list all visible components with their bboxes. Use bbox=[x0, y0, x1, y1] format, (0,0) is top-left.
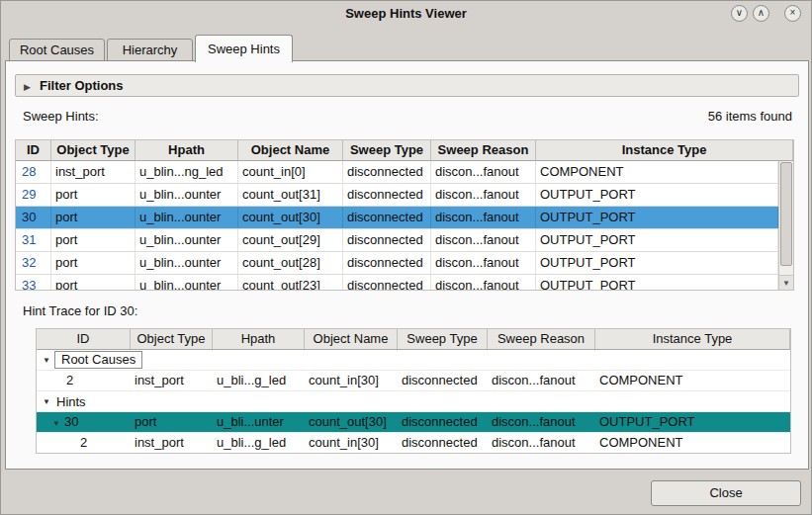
cell-sweep-type: disconnected bbox=[343, 229, 431, 251]
column-header-sweep-type[interactable]: Sweep Type bbox=[398, 329, 488, 349]
cell-instance-type: OUTPUT_PORT bbox=[536, 207, 778, 228]
unshade-window-button[interactable]: ∧ bbox=[753, 5, 769, 22]
trace-row-30-selected[interactable]: ▼30 port u_bli...unter count_out[30] dis… bbox=[37, 412, 790, 433]
cell-object-type: port bbox=[51, 275, 135, 291]
cell-instance-type: OUTPUT_PORT bbox=[536, 275, 778, 291]
cell-hpath: u_bli...g_led bbox=[213, 371, 305, 390]
cell-id: 2 bbox=[37, 371, 131, 390]
window-title: Sweep Hints Viewer bbox=[1, 6, 811, 21]
cell-sweep-reason: discon...fanout bbox=[488, 371, 595, 390]
scrollbar-thumb[interactable] bbox=[780, 162, 792, 266]
cell-sweep-type: disconnected bbox=[343, 161, 431, 183]
cell-object-type: inst_port bbox=[131, 371, 213, 390]
chevron-up-icon: ∧ bbox=[758, 7, 765, 18]
column-header-object-name[interactable]: Object Name bbox=[238, 140, 343, 160]
cell-object-name: count_out[30] bbox=[305, 412, 398, 432]
tree-group-hints[interactable]: ▼ Hints bbox=[37, 391, 790, 412]
shade-window-button[interactable]: ∨ bbox=[731, 5, 748, 22]
cell-instance-type: OUTPUT_PORT bbox=[595, 412, 790, 432]
cell-sweep-reason: discon...fanout bbox=[488, 412, 595, 432]
cell-object-name: count_in[0] bbox=[238, 161, 343, 183]
sweep-hints-table: ID Object Type Hpath Object Name Sweep T… bbox=[15, 139, 794, 291]
cell-sweep-type: disconnected bbox=[343, 252, 431, 274]
column-header-sweep-reason[interactable]: Sweep Reason bbox=[488, 329, 595, 349]
filter-options-label: Filter Options bbox=[40, 78, 124, 93]
cell-instance-type: COMPONENT bbox=[536, 161, 778, 183]
cell-object-name: count_out[29] bbox=[238, 229, 343, 251]
cell-id: 31 bbox=[16, 229, 51, 251]
column-header-id[interactable]: ID bbox=[37, 329, 131, 349]
cell-hpath: u_blin...ounter bbox=[135, 207, 238, 228]
filter-options-toggle[interactable]: ▶Filter Options bbox=[15, 74, 799, 97]
table-row-30-selected[interactable]: 30 port u_blin...ounter count_out[30] di… bbox=[16, 207, 778, 229]
expander-down-icon[interactable]: ▼ bbox=[43, 397, 54, 406]
column-header-object-name[interactable]: Object Name bbox=[305, 329, 398, 349]
cell-instance-type: COMPONENT bbox=[595, 371, 790, 390]
table-row-33[interactable]: 33 port u_blin...ounter count_out[23] di… bbox=[16, 275, 778, 291]
table-row-28[interactable]: 28 inst_port u_blin...ng_led count_in[0]… bbox=[16, 161, 778, 184]
cell-id: 29 bbox=[16, 184, 51, 206]
hint-trace-label: Hint Trace for ID 30: bbox=[23, 303, 137, 318]
close-icon: × bbox=[790, 7, 796, 18]
cell-id: 32 bbox=[16, 252, 51, 274]
cell-object-type: inst_port bbox=[131, 433, 213, 453]
title-bar[interactable]: Sweep Hints Viewer ∨ ∧ × bbox=[1, 1, 811, 27]
column-header-instance-type[interactable]: Instance Type bbox=[536, 140, 793, 160]
cell-id: 33 bbox=[16, 275, 51, 291]
column-header-id[interactable]: ID bbox=[16, 140, 51, 160]
cell-object-type: port bbox=[51, 252, 135, 274]
cell-sweep-type: disconnected bbox=[343, 275, 431, 291]
expander-down-icon[interactable]: ▼ bbox=[43, 356, 54, 365]
cell-id: 2 bbox=[37, 433, 131, 453]
cell-sweep-reason: discon...fanout bbox=[431, 184, 536, 206]
sweep-hints-tab-panel: ▶Filter Options Sweep Hints: 56 items fo… bbox=[5, 60, 809, 470]
expander-down-icon[interactable]: ▼ bbox=[52, 414, 64, 432]
scrollbar-down-button[interactable]: ▼ bbox=[779, 275, 793, 290]
table-row-32[interactable]: 32 port u_blin...ounter count_out[28] di… bbox=[16, 252, 778, 275]
cell-object-name: count_in[30] bbox=[305, 433, 398, 453]
column-header-hpath[interactable]: Hpath bbox=[213, 329, 305, 349]
expander-collapsed-icon: ▶ bbox=[24, 77, 36, 98]
sweep-hints-table-header: ID Object Type Hpath Object Name Sweep T… bbox=[16, 140, 793, 161]
cell-instance-type: COMPONENT bbox=[595, 433, 790, 453]
cell-object-type: port bbox=[51, 207, 135, 228]
tab-hierarchy[interactable]: Hierarchy bbox=[107, 39, 193, 61]
cell-hpath: u_blin...ounter bbox=[135, 275, 238, 291]
close-window-button[interactable]: × bbox=[784, 5, 801, 22]
cell-object-name: count_in[30] bbox=[305, 371, 398, 390]
cell-hpath: u_blin...ounter bbox=[135, 252, 238, 274]
chevron-down-icon: ∨ bbox=[736, 7, 743, 18]
tab-sweep-hints[interactable]: Sweep Hints bbox=[195, 35, 293, 62]
cell-sweep-type: disconnected bbox=[343, 184, 431, 206]
column-header-object-type[interactable]: Object Type bbox=[51, 140, 135, 160]
column-header-sweep-reason[interactable]: Sweep Reason bbox=[431, 140, 536, 160]
trace-row-2[interactable]: 2 inst_port u_bli...g_led count_in[30] d… bbox=[37, 371, 790, 391]
cell-hpath: u_bli...unter bbox=[213, 412, 305, 432]
cell-hpath: u_bli...g_led bbox=[213, 433, 305, 453]
cell-instance-type: OUTPUT_PORT bbox=[536, 252, 778, 274]
group-label-root-causes: Root Causes bbox=[54, 351, 142, 369]
cell-instance-type: OUTPUT_PORT bbox=[536, 229, 778, 251]
vertical-scrollbar[interactable]: ▼ bbox=[778, 161, 793, 290]
tree-group-root-causes[interactable]: ▼ Root Causes bbox=[37, 350, 790, 371]
cell-hpath: u_blin...ng_led bbox=[135, 161, 238, 183]
cell-hpath: u_blin...ounter bbox=[135, 229, 238, 251]
sweep-hints-viewer-window: Sweep Hints Viewer ∨ ∧ × Root Causes Hie… bbox=[0, 0, 812, 515]
trace-row-2-child[interactable]: 2 inst_port u_bli...g_led count_in[30] d… bbox=[37, 433, 790, 454]
tab-root-causes[interactable]: Root Causes bbox=[9, 39, 105, 61]
cell-object-type: inst_port bbox=[51, 161, 135, 183]
hint-trace-table-header: ID Object Type Hpath Object Name Sweep T… bbox=[37, 329, 790, 350]
table-row-31[interactable]: 31 port u_blin...ounter count_out[29] di… bbox=[16, 229, 778, 252]
cell-sweep-type: disconnected bbox=[398, 433, 488, 453]
cell-object-name: count_out[30] bbox=[238, 207, 343, 228]
column-header-sweep-type[interactable]: Sweep Type bbox=[343, 140, 431, 160]
cell-id: 28 bbox=[16, 161, 51, 183]
cell-object-type: port bbox=[131, 412, 213, 432]
column-header-hpath[interactable]: Hpath bbox=[135, 140, 238, 160]
close-button[interactable]: Close bbox=[651, 480, 801, 506]
cell-hpath: u_blin...ounter bbox=[135, 184, 238, 206]
table-row-29[interactable]: 29 port u_blin...ounter count_out[31] di… bbox=[16, 184, 778, 207]
cell-sweep-reason: discon...fanout bbox=[488, 433, 595, 453]
column-header-object-type[interactable]: Object Type bbox=[131, 329, 213, 349]
column-header-instance-type[interactable]: Instance Type bbox=[595, 329, 790, 349]
